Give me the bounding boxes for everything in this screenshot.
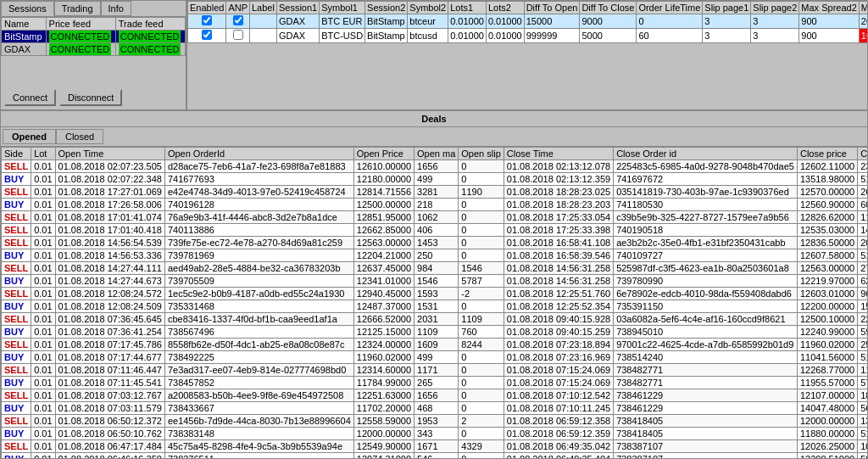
enabled-checkbox-cell — [188, 29, 226, 43]
session-row[interactable]: BitStamp CONNECTED CONNECTED — [2, 31, 186, 43]
trading-col-header: Session2 — [365, 2, 408, 14]
deals-side: BUY — [2, 300, 31, 313]
deals-tabs: Opened Closed — [1, 127, 867, 147]
deals-side: BUY — [2, 199, 31, 211]
enabled-checkbox[interactable] — [202, 15, 212, 25]
deals-lot: 0.01 — [31, 199, 55, 211]
deals-close-orderid: ae3b2b2c-35e0-4fb1-e31bf2350431cabb — [614, 237, 798, 249]
deals-open-time: 01.08.2018 07:03:12.767 — [55, 389, 164, 402]
deals-open-time: 01.08.2018 07:17:45.786 — [55, 339, 164, 351]
deals-open-price: 11784.99000 — [353, 377, 414, 389]
deals-open-orderid: 8558fb62e-d50f-4dc1-ab25-e8a08c08e87c — [164, 339, 353, 351]
session-row[interactable]: GDAX CONNECTED CONNECTED — [2, 43, 186, 56]
deals-open-price: 12814.71556 — [353, 186, 414, 199]
left-panel: Sessions Trading Info Name Price feed Tr… — [0, 0, 186, 110]
deals-open-ma: 1953 — [415, 415, 459, 428]
deals-close-ma: 515 — [858, 428, 867, 440]
disconnect-button[interactable]: Disconnect — [59, 89, 122, 106]
deals-side: SELL — [2, 237, 31, 249]
connect-button[interactable]: Connect — [4, 89, 56, 106]
deals-open-time: 01.08.2018 06:50:12.372 — [55, 415, 164, 428]
deals-side: SELL — [2, 440, 31, 453]
deals-open-price: 12125.15000 — [353, 326, 414, 339]
tab-closed[interactable]: Closed — [56, 129, 103, 144]
deals-close-ma: 2531 — [858, 339, 867, 351]
trading-col-header: Symbol1 — [320, 2, 365, 14]
deals-close-orderid: 738418405 — [614, 428, 798, 440]
deals-open-slip: 0 — [459, 364, 504, 377]
deals-open-time: 01.08.2018 12:08:24.572 — [55, 288, 164, 300]
tab-opened[interactable]: Opened — [3, 129, 56, 144]
col-name: Name — [2, 18, 47, 31]
deals-open-orderid: 739fe75e-ec72-4e78-a270-84d69a81c259 — [164, 237, 353, 249]
tab-info[interactable]: Info — [101, 1, 131, 16]
deals-close-price: 12240.99000 — [797, 326, 857, 339]
deals-close-time: 01.08.2018 07:10:12.542 — [504, 389, 613, 402]
deals-side: SELL — [2, 339, 31, 351]
deals-close-orderid: 741180530 — [614, 199, 798, 211]
deals-open-price: 12487.37000 — [353, 300, 414, 313]
deals-side: SELL — [2, 415, 31, 428]
deals-row: SELL 0.01 01.08.2018 07:03:12.767 a20085… — [2, 389, 868, 402]
tab-sessions[interactable]: Sessions — [1, 1, 54, 16]
deals-open-ma: 546 — [415, 453, 459, 459]
lots1-cell: 0.01000 — [448, 14, 487, 29]
deals-open-ma: 406 — [415, 224, 459, 237]
deals-open-time: 01.08.2018 06:47:17.484 — [55, 440, 164, 453]
deals-close-ma: 515 — [858, 351, 867, 364]
deals-close-orderid: 738387107 — [614, 453, 798, 459]
deals-open-slip: 0 — [459, 224, 504, 237]
deals-open-price: 12500.00000 — [353, 199, 414, 211]
deals-open-slip: 0 — [459, 351, 504, 364]
tab-trading[interactable]: Trading — [54, 1, 101, 16]
anp-checkbox[interactable] — [233, 15, 243, 25]
deals-table-container[interactable]: SideLotOpen TimeOpen OrderIdOpen PriceOp… — [1, 147, 867, 458]
deals-close-ma: 515 — [858, 249, 867, 262]
deals-row: SELL 0.01 01.08.2018 07:17:45.786 8558fb… — [2, 339, 868, 351]
deals-open-price: 12251.63000 — [353, 389, 414, 402]
anp-checkbox[interactable] — [233, 30, 243, 40]
deals-lot: 0.01 — [31, 313, 55, 326]
deals-open-price: 12000.00000 — [353, 428, 414, 440]
deals-close-ma: 1562 — [858, 300, 867, 313]
deals-row: BUY 0.01 01.08.2018 06:50:10.762 7383831… — [2, 428, 868, 440]
deals-open-time: 01.08.2018 07:03:11.579 — [55, 402, 164, 415]
deals-close-ma: 1499 — [858, 224, 867, 237]
deals-side: BUY — [2, 377, 31, 389]
max-spread1-cell: 900 — [799, 29, 859, 43]
deals-row: BUY 0.01 01.08.2018 07:17:44.677 7384922… — [2, 351, 868, 364]
trading-col-header: Lots2 — [486, 2, 524, 14]
deals-open-orderid: 735331468 — [164, 300, 353, 313]
deals-open-ma: 1656 — [415, 160, 459, 173]
deals-close-orderid: 738482771 — [614, 364, 798, 377]
deals-open-orderid: 738433667 — [164, 402, 353, 415]
deals-open-ma: 1609 — [415, 339, 459, 351]
deals-close-ma: 2749 — [858, 262, 867, 275]
deals-open-ma: 984 — [415, 262, 459, 275]
trading-col-header: Max Spread2 — [799, 2, 859, 14]
deals-close-price: 12219.97000 — [797, 275, 857, 288]
deals-close-price: 12107.00000 — [797, 389, 857, 402]
deals-close-time: 01.08.2018 09:40:15.928 — [504, 313, 613, 326]
deals-lot: 0.01 — [31, 453, 55, 459]
deals-open-price: 12074.31000 — [353, 453, 414, 459]
deals-row: BUY 0.01 01.08.2018 02:07:22.348 7416776… — [2, 173, 868, 186]
deals-close-price: 12836.50000 — [797, 237, 857, 249]
trading-col-header: Diff To Open — [524, 2, 580, 14]
deals-open-orderid: 7e3ad317-ee07-4eb9-814e-027774698bd0 — [164, 364, 353, 377]
trading-col-header: Order LifeTime — [637, 2, 703, 14]
deals-open-slip: 0 — [459, 199, 504, 211]
deals-open-price: 12666.52000 — [353, 313, 414, 326]
deals-close-ma: 1312 — [858, 415, 867, 428]
deals-close-ma: 234 — [858, 160, 867, 173]
deals-lot: 0.01 — [31, 275, 55, 288]
deals-close-ma: 1076 — [858, 440, 867, 453]
trading-table-container: EnabledANPLabelSession1Symbol1Session2Sy… — [187, 1, 867, 43]
lifetime-cell: 0 — [637, 14, 703, 29]
deals-open-ma: 1546 — [415, 275, 459, 288]
deals-open-ma: 468 — [415, 402, 459, 415]
deals-row: SELL 0.01 01.08.2018 14:27:44.111 aed49a… — [2, 262, 868, 275]
enabled-checkbox[interactable] — [202, 30, 212, 40]
deals-close-price: 12607.58000 — [797, 249, 857, 262]
max-spread1-cell: 900 — [799, 14, 859, 29]
